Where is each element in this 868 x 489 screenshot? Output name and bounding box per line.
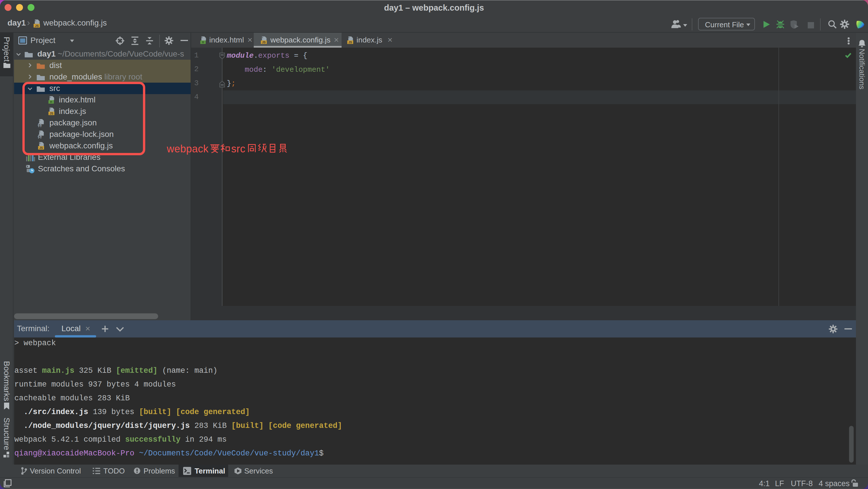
svg-text:JS: JS <box>262 41 266 44</box>
svg-text:H: H <box>202 41 204 44</box>
svg-text:JS: JS <box>348 41 352 44</box>
svg-text:JS: JS <box>35 24 38 28</box>
